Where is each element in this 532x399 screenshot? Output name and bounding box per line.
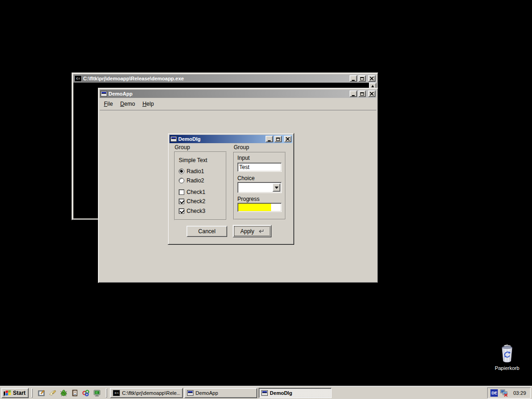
toolbar-grip[interactable]	[31, 388, 33, 398]
close-icon	[286, 137, 290, 141]
left-group-label: Group	[175, 144, 190, 151]
pen-writer-icon[interactable]	[49, 389, 56, 397]
choice-label: Choice	[237, 175, 254, 181]
taskbar: Start C:\ C:\fltk\prj\demoapp\Rele... De…	[0, 386, 532, 399]
menu-demo[interactable]: Demo	[119, 99, 136, 109]
start-button[interactable]: Start	[1, 388, 29, 398]
taskbar-task[interactable]: DemoDlg	[259, 388, 332, 398]
minimize-icon	[352, 80, 355, 81]
radio-option-1[interactable]: Radio1	[179, 168, 204, 175]
clock: 03:29	[510, 390, 526, 396]
demoapp-maximize-button[interactable]	[358, 91, 366, 97]
taskbar-task[interactable]: C:\ C:\fltk\prj\demoapp\Rele...	[110, 388, 183, 398]
window-icon	[170, 136, 177, 142]
minimize-icon	[268, 140, 271, 141]
radio-indicator[interactable]	[179, 169, 184, 174]
dropdown-arrow-button[interactable]	[272, 183, 280, 192]
toolbar-grip[interactable]	[106, 388, 107, 398]
left-groupbox: Simple Text Radio1 Radio2 Check1 Check2 …	[174, 151, 227, 220]
console-title: C:\fltk\prj\demoapp\Release\demoapp.exe	[83, 74, 348, 83]
close-icon	[370, 92, 374, 96]
chevron-down-icon	[275, 187, 278, 189]
check-option-2[interactable]: Check2	[179, 198, 206, 205]
console-titlebar[interactable]: C:\ C:\fltk\prj\demoapp\Release\demoapp.…	[73, 74, 376, 83]
console-icon: C:\	[113, 390, 120, 396]
quick-launch-bar	[36, 389, 103, 397]
checkbox-label: Check2	[187, 198, 206, 205]
demodlg-window[interactable]: DemoDlg Group Simple Text Radio1 Radio2 …	[168, 133, 294, 245]
maximize-icon	[360, 77, 364, 80]
progress-fill	[238, 204, 271, 211]
checkbox-indicator[interactable]	[179, 208, 184, 214]
checkbox-label: Check1	[187, 189, 206, 195]
checkbox-indicator[interactable]	[179, 189, 184, 195]
maximize-icon	[276, 138, 280, 141]
radio-indicator[interactable]	[179, 178, 184, 183]
menu-help[interactable]: Help	[141, 99, 155, 109]
demodlg-content: Group Simple Text Radio1 Radio2 Check1 C…	[169, 143, 292, 243]
check-option-1[interactable]: Check1	[179, 188, 206, 196]
demoapp-minimize-button[interactable]	[350, 91, 357, 97]
windows-flag-icon	[3, 389, 12, 397]
input-field[interactable]: Test	[237, 163, 282, 172]
right-group-label: Group	[234, 144, 249, 151]
cancel-button[interactable]: Cancel	[187, 226, 227, 237]
keyboard-language-indicator[interactable]: DE	[490, 389, 498, 397]
radio-label: Radio1	[187, 168, 204, 175]
radio-label: Radio2	[187, 177, 204, 184]
console-minimize-button[interactable]	[350, 75, 357, 82]
address-book-icon[interactable]	[71, 389, 79, 397]
demoapp-titlebar[interactable]: DemoApp	[100, 90, 376, 98]
demoapp-title: DemoApp	[109, 90, 348, 98]
recycle-bin-label: Papierkorb	[482, 365, 532, 371]
demodlg-minimize-button[interactable]	[266, 136, 273, 142]
checkbox-label: Check3	[187, 208, 206, 214]
taskbar-task[interactable]: DemoApp	[184, 388, 257, 398]
window-icon	[261, 390, 268, 396]
demodlg-title: DemoDlg	[178, 135, 264, 143]
show-desktop-icon[interactable]	[38, 389, 45, 397]
recycle-bin[interactable]: Papierkorb	[482, 344, 532, 371]
bug-icon[interactable]	[60, 389, 67, 397]
apply-button[interactable]: Apply	[233, 225, 272, 237]
window-icon	[187, 390, 193, 396]
demodlg-close-button[interactable]	[284, 136, 291, 142]
console-close-button[interactable]	[368, 75, 375, 82]
close-icon	[370, 77, 374, 80]
scroll-up-icon	[371, 85, 374, 87]
checkbox-indicator[interactable]	[179, 199, 184, 204]
demoapp-close-button[interactable]	[368, 91, 375, 97]
console-maximize-button[interactable]	[358, 75, 366, 82]
choice-dropdown[interactable]	[237, 182, 282, 193]
demodlg-maximize-button[interactable]	[274, 136, 282, 142]
check-option-3[interactable]: Check3	[179, 207, 206, 215]
right-groupbox: Input Test Choice Progress	[233, 152, 286, 220]
maximize-icon	[360, 92, 364, 96]
progress-bar	[237, 203, 282, 212]
ribbon-logo-icon[interactable]	[82, 389, 90, 397]
system-tray: DE 03:29	[487, 387, 531, 399]
minimize-icon	[352, 95, 355, 96]
demodlg-titlebar[interactable]: DemoDlg	[169, 135, 292, 143]
input-label: Input	[237, 155, 250, 161]
network-offline-icon[interactable]	[500, 389, 508, 397]
window-icon	[101, 91, 107, 97]
progress-label: Progress	[237, 196, 260, 202]
radio-option-2[interactable]: Radio2	[179, 177, 204, 184]
demoapp-menubar: File Demo Help	[100, 98, 376, 110]
return-key-icon	[257, 229, 264, 234]
console-icon: C:\	[74, 75, 82, 82]
recycle-bin-icon	[498, 344, 516, 363]
simple-text-label: Simple Text	[179, 157, 207, 163]
terminal-monitor-icon[interactable]	[93, 389, 101, 397]
menu-file[interactable]: File	[103, 99, 114, 109]
